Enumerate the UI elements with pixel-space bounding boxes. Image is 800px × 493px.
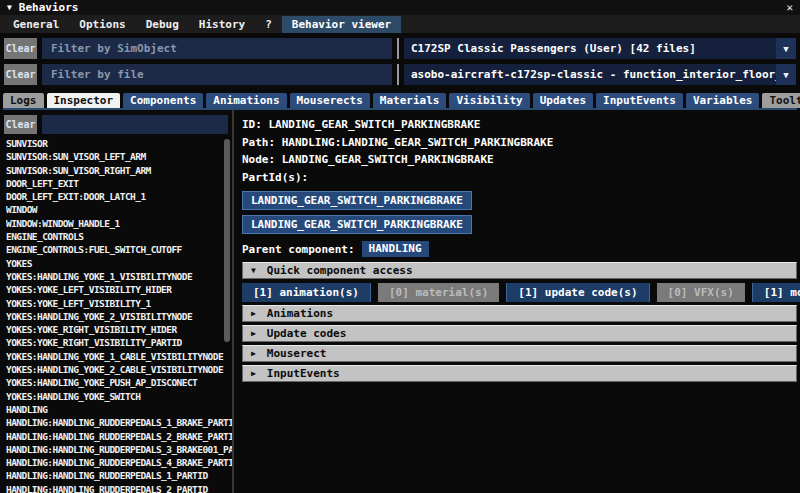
list-item[interactable]: HANDLING:HANDLING_RUDDERPEDALS_1_PARTID: [6, 469, 232, 482]
list-item[interactable]: YOKES: [6, 257, 232, 270]
partid-buttons: LANDING_GEAR_SWITCH_PARKINGBRAKELANDING_…: [242, 191, 800, 234]
list-item[interactable]: YOKES:HANDLING_YOKE_2_CABLE_VISIBILITYNO…: [6, 363, 232, 376]
collapse-caret-icon[interactable]: ▼: [7, 0, 12, 15]
path-value: HANDLING:LANDING_GEAR_SWITCH_PARKINGBRAK…: [282, 136, 554, 149]
simobject-dropdown[interactable]: C172SP Classic Passengers (User) [42 fil…: [404, 38, 796, 59]
file-dropdown-value: asobo-aircraft-c172sp-classic - function…: [404, 68, 776, 81]
quick-component-access-header[interactable]: ▼ Quick component access: [242, 262, 797, 279]
column-divider: [397, 38, 399, 59]
window-title: Behaviors: [19, 1, 79, 14]
quick-access-button[interactable]: [1] animation(s): [242, 283, 370, 302]
clear-list-filter-button[interactable]: Clear: [4, 115, 37, 134]
menu-bar: GeneralOptionsDebugHistory?Behavior view…: [0, 15, 800, 33]
list-item[interactable]: HANDLING:HANDLING_RUDDERPEDALS_4_BRAKE_P…: [6, 456, 232, 469]
chevron-down-icon[interactable]: ▼: [776, 38, 796, 59]
list-item[interactable]: SUNVISOR:SUN_VISOR_RIGHT_ARM: [6, 164, 232, 177]
section-title: InputEvents: [267, 367, 340, 380]
simobject-filter-input[interactable]: [42, 38, 392, 59]
section-header[interactable]: ▶ Mouserect: [242, 345, 797, 362]
section-header[interactable]: ▶ Animations: [242, 305, 797, 322]
list-item[interactable]: DOOR_LEFT_EXIT: [6, 177, 232, 190]
viewer-tab[interactable]: Visibility: [449, 93, 529, 108]
section-title: Update codes: [267, 327, 346, 340]
list-item[interactable]: HANDLING: [6, 403, 232, 416]
file-filter-row: Clear asobo-aircraft-c172sp-classic - fu…: [4, 64, 796, 85]
menu-item[interactable]: General: [3, 16, 69, 33]
close-icon[interactable]: ✕: [786, 0, 793, 15]
list-item[interactable]: WINDOW:WINDOW_HANDLE_1: [6, 217, 232, 230]
list-item[interactable]: HANDLING:HANDLING_RUDDERPEDALS_1_BRAKE_P…: [6, 416, 232, 429]
id-label: ID:: [242, 118, 262, 131]
list-item[interactable]: YOKES:HANDLING_YOKE_1_VISIBILITYNODE: [6, 270, 232, 283]
viewer-tab[interactable]: Logs: [3, 93, 44, 108]
viewer-tab[interactable]: Components: [123, 93, 203, 108]
list-item[interactable]: YOKES:HANDLING_YOKE_2_VISIBILITYNODE: [6, 310, 232, 323]
id-value: LANDING_GEAR_SWITCH_PARKINGBRAKE: [269, 118, 481, 131]
list-item[interactable]: HANDLING:HANDLING_RUDDERPEDALS_3_BRAKE00…: [6, 443, 232, 456]
parent-component-label: Parent component:: [242, 243, 355, 256]
list-item[interactable]: YOKES:HANDLING_YOKE_PUSH_AP_DISCONECT: [6, 376, 232, 389]
node-label: Node:: [242, 153, 275, 166]
behavior-node-list: SUNVISORSUNVISOR:SUN_VISOR_LEFT_ARMSUNVI…: [0, 137, 232, 493]
list-item[interactable]: HANDLING:HANDLING_RUDDERPEDALS_2_BRAKE_P…: [6, 430, 232, 443]
viewer-tab[interactable]: Animations: [206, 93, 286, 108]
id-row: ID: LANDING_GEAR_SWITCH_PARKINGBRAKE: [242, 116, 800, 134]
path-row: Path: HANDLING:LANDING_GEAR_SWITCH_PARKI…: [242, 134, 800, 152]
viewer-tab[interactable]: InputEvents: [596, 93, 683, 108]
quick-access-button[interactable]: [0] material(s): [378, 283, 499, 302]
caret-right-icon: ▶: [251, 329, 256, 338]
menu-item[interactable]: Debug: [136, 16, 189, 33]
section-header[interactable]: ▶ InputEvents: [242, 365, 797, 382]
parent-component-chip[interactable]: HANDLING: [362, 241, 429, 257]
behaviors-window: ▼ Behaviors ✕ GeneralOptionsDebugHistory…: [0, 0, 800, 493]
list-item[interactable]: ENGINE_CONTROLS: [6, 230, 232, 243]
list-item[interactable]: YOKES:HANDLING_YOKE_SWITCH: [6, 390, 232, 403]
column-divider: [397, 64, 399, 85]
section-header[interactable]: ▶ Update codes: [242, 325, 797, 342]
file-dropdown[interactable]: asobo-aircraft-c172sp-classic - function…: [404, 64, 796, 85]
viewer-tab[interactable]: Tooltips: [762, 93, 800, 108]
menu-item[interactable]: ?: [255, 16, 282, 33]
viewer-tab[interactable]: Variables: [686, 93, 760, 108]
partid-button[interactable]: LANDING_GEAR_SWITCH_PARKINGBRAKE: [242, 215, 472, 234]
menu-item[interactable]: History: [189, 16, 255, 33]
section-title: Animations: [267, 307, 333, 320]
menu-item[interactable]: Options: [69, 16, 135, 33]
list-item[interactable]: SUNVISOR: [6, 137, 232, 150]
list-filter-input[interactable]: [42, 115, 228, 134]
list-item[interactable]: DOOR_LEFT_EXIT:DOOR_LATCH_1: [6, 190, 232, 203]
simobject-dropdown-value: C172SP Classic Passengers (User) [42 fil…: [404, 42, 776, 55]
node-row: Node: LANDING_GEAR_SWITCH_PARKINGBRAKE: [242, 151, 800, 169]
list-item[interactable]: ENGINE_CONTROLS:FUEL_SWITCH_CUTOFF: [6, 243, 232, 256]
list-item[interactable]: WINDOW: [6, 203, 232, 216]
content-area: Clear SUNVISORSUNVISOR:SUN_VISOR_LEFT_AR…: [0, 110, 800, 493]
file-filter-input[interactable]: [42, 64, 392, 85]
quick-access-button[interactable]: [1] mouserect(s): [753, 283, 800, 302]
list-item[interactable]: SUNVISOR:SUN_VISOR_LEFT_ARM: [6, 150, 232, 163]
inspector-panel: ID: LANDING_GEAR_SWITCH_PARKINGBRAKE Pat…: [234, 110, 800, 493]
clear-simobject-filter-button[interactable]: Clear: [4, 38, 37, 59]
quick-access-button[interactable]: [1] update code(s): [507, 283, 648, 302]
list-item[interactable]: YOKES:HANDLING_YOKE_1_CABLE_VISIBILITYNO…: [6, 350, 232, 363]
menu-item[interactable]: Behavior viewer: [282, 16, 401, 33]
caret-down-icon: ▼: [251, 266, 256, 275]
list-scrollbar[interactable]: [224, 139, 230, 342]
node-value: LANDING_GEAR_SWITCH_PARKINGBRAKE: [282, 153, 494, 166]
list-item[interactable]: YOKES:YOKE_RIGHT_VISIBILITY_HIDER: [6, 323, 232, 336]
quick-access-buttons: [1] animation(s)[0] material(s)[1] updat…: [242, 283, 800, 302]
viewer-tab[interactable]: Updates: [533, 93, 593, 108]
clear-file-filter-button[interactable]: Clear: [4, 64, 37, 85]
list-item[interactable]: YOKES:YOKE_LEFT_VISIBILITY_HIDER: [6, 283, 232, 296]
path-label: Path:: [242, 136, 275, 149]
chevron-down-icon[interactable]: ▼: [776, 64, 796, 85]
viewer-tab[interactable]: Materials: [373, 93, 447, 108]
quick-access-button[interactable]: [0] VFX(s): [657, 283, 745, 302]
list-item[interactable]: YOKES:YOKE_RIGHT_VISIBILITY_PARTID: [6, 336, 232, 349]
list-item[interactable]: YOKES:YOKE_LEFT_VISIBILITY_1: [6, 297, 232, 310]
quick-access-title: Quick component access: [267, 264, 413, 277]
partid-button[interactable]: LANDING_GEAR_SWITCH_PARKINGBRAKE: [242, 191, 472, 210]
viewer-tab[interactable]: Inspector: [47, 93, 121, 108]
list-item[interactable]: HANDLING:HANDLING_RUDDERPEDALS_2_PARTID: [6, 483, 232, 493]
list-filter-row: Clear: [4, 115, 228, 134]
viewer-tab[interactable]: Mouserects: [290, 93, 370, 108]
